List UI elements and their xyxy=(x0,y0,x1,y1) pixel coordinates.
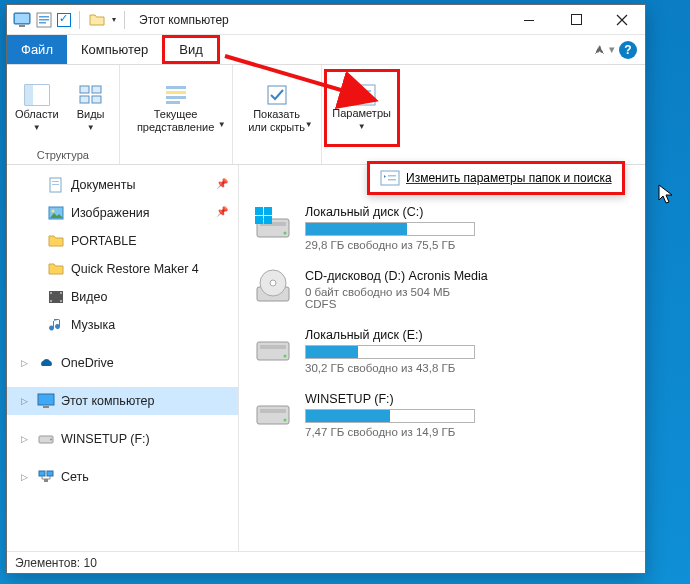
onedrive-icon xyxy=(37,354,55,372)
help-button[interactable]: ? xyxy=(619,41,637,59)
title-bar: ▾ Этот компьютер xyxy=(7,5,645,35)
folder-icon xyxy=(47,232,65,250)
current-view-button[interactable]: Текущее представление ▼ xyxy=(122,69,230,147)
svg-point-28 xyxy=(52,210,55,213)
drive-item[interactable]: CD-дисковод (D:) Acronis Media 0 байт св… xyxy=(251,269,633,310)
nav-network[interactable]: ▷ Сеть xyxy=(7,463,238,491)
list-icon xyxy=(163,82,189,108)
nav-images[interactable]: Изображения 📌 xyxy=(7,199,238,227)
nav-portable[interactable]: PORTABLE xyxy=(7,227,238,255)
expand-icon[interactable]: ▷ xyxy=(21,434,28,444)
chevron-down-icon: ▼ xyxy=(33,121,41,134)
qat-dropdown-icon[interactable]: ▾ xyxy=(112,15,116,24)
svg-rect-17 xyxy=(166,91,186,94)
svg-rect-22 xyxy=(357,90,371,92)
svg-rect-15 xyxy=(92,96,101,103)
svg-rect-23 xyxy=(357,96,371,98)
window-controls xyxy=(507,5,645,35)
svg-point-37 xyxy=(50,439,52,441)
nav-music[interactable]: Музыка xyxy=(7,311,238,339)
chevron-down-icon: ▼ xyxy=(87,121,95,134)
svg-rect-18 xyxy=(166,96,186,99)
window-title: Этот компьютер xyxy=(139,13,229,27)
images-icon xyxy=(47,204,65,222)
file-tab[interactable]: Файл xyxy=(7,35,67,64)
drive-name: Локальный диск (C:) xyxy=(305,205,633,219)
svg-point-50 xyxy=(270,280,276,286)
maximize-button[interactable] xyxy=(553,5,599,35)
cursor-icon xyxy=(658,184,674,206)
svg-rect-30 xyxy=(50,292,52,294)
svg-rect-12 xyxy=(80,86,89,93)
svg-point-53 xyxy=(284,355,287,358)
qat-checkbox[interactable] xyxy=(57,13,71,27)
svg-rect-46 xyxy=(255,216,263,224)
panes-button[interactable]: Области ▼ xyxy=(9,69,65,147)
svg-rect-58 xyxy=(388,175,396,177)
panes-icon xyxy=(24,82,50,108)
svg-rect-11 xyxy=(33,85,49,105)
close-button[interactable] xyxy=(599,5,645,35)
svg-rect-55 xyxy=(260,409,286,413)
nav-documents[interactable]: Документы 📌 xyxy=(7,171,238,199)
svg-rect-44 xyxy=(255,207,263,215)
nav-qrm[interactable]: Quick Restore Maker 4 xyxy=(7,255,238,283)
svg-rect-33 xyxy=(60,300,62,302)
documents-icon xyxy=(47,176,65,194)
content-area[interactable]: Локальный диск (C:) 29,8 ГБ свободно из … xyxy=(239,165,645,551)
status-bar: Элементов: 10 xyxy=(7,551,645,573)
svg-rect-6 xyxy=(39,22,46,24)
nav-onedrive[interactable]: ▷ OneDrive xyxy=(7,349,238,377)
video-icon xyxy=(47,288,65,306)
nav-this-pc[interactable]: ▷ Этот компьютер xyxy=(7,387,238,415)
expand-icon[interactable]: ▷ xyxy=(21,472,28,482)
svg-rect-59 xyxy=(388,179,396,181)
nav-winsetup[interactable]: ▷ WINSETUP (F:) xyxy=(7,425,238,453)
nav-video[interactable]: Видео xyxy=(7,283,238,311)
svg-rect-31 xyxy=(50,300,52,302)
svg-rect-21 xyxy=(349,85,375,105)
svg-rect-54 xyxy=(257,406,289,424)
drive-item[interactable]: Локальный диск (C:) 29,8 ГБ свободно из … xyxy=(251,205,633,251)
svg-rect-5 xyxy=(39,19,49,21)
expand-icon[interactable]: ▷ xyxy=(21,396,28,406)
computer-tab[interactable]: Компьютер xyxy=(67,35,162,64)
svg-rect-51 xyxy=(257,342,289,360)
view-tab[interactable]: Вид xyxy=(162,35,220,64)
minimize-button[interactable] xyxy=(507,5,553,35)
expand-icon[interactable]: ▷ xyxy=(21,358,28,368)
views-button[interactable]: Виды ▼ xyxy=(65,69,117,147)
svg-rect-26 xyxy=(52,184,59,185)
svg-rect-39 xyxy=(47,471,53,476)
drive-name: CD-дисковод (D:) Acronis Media xyxy=(305,269,633,283)
explorer-window: ▾ Этот компьютер Файл Компьютер Вид ⮝ ▾ … xyxy=(6,4,646,574)
svg-rect-8 xyxy=(571,15,581,25)
folder-icon xyxy=(47,260,65,278)
drive-icon xyxy=(251,269,295,309)
svg-rect-52 xyxy=(260,345,286,349)
drive-icon xyxy=(37,430,55,448)
drive-free-text: 30,2 ГБ свободно из 43,8 ГБ xyxy=(305,362,633,374)
collapse-ribbon-icon[interactable]: ⮝ xyxy=(595,44,605,55)
svg-rect-35 xyxy=(43,406,49,408)
navigation-pane[interactable]: Документы 📌 Изображения 📌 PORTABLE Quick… xyxy=(7,165,239,551)
chevron-down-icon: ▼ xyxy=(218,118,226,131)
folder-icon xyxy=(88,11,106,29)
properties-icon[interactable] xyxy=(35,11,53,29)
network-icon xyxy=(37,468,55,486)
item-count: Элементов: 10 xyxy=(15,556,97,570)
pin-icon: 📌 xyxy=(216,178,228,189)
options-button[interactable]: Параметры ▼ xyxy=(324,69,400,147)
drive-icon xyxy=(251,205,295,245)
show-hide-button[interactable]: Показать или скрыть ▼ xyxy=(235,69,319,147)
options-dropdown-item[interactable]: Изменить параметры папок и поиска xyxy=(367,161,625,195)
svg-rect-25 xyxy=(52,181,59,182)
svg-rect-1 xyxy=(15,14,29,23)
drive-item[interactable]: Локальный диск (E:) 30,2 ГБ свободно из … xyxy=(251,328,633,374)
svg-rect-7 xyxy=(524,20,534,21)
drive-item[interactable]: WINSETUP (F:) 7,47 ГБ свободно из 14,9 Г… xyxy=(251,392,633,438)
monitor-icon xyxy=(13,11,31,29)
divider xyxy=(124,11,125,29)
chevron-down-icon: ▼ xyxy=(358,120,366,133)
svg-rect-42 xyxy=(260,222,286,226)
